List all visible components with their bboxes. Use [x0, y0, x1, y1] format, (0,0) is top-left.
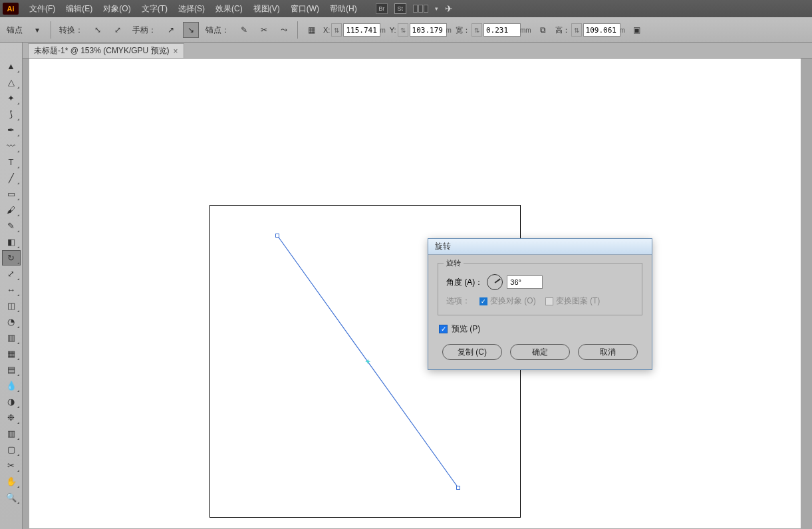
anchor-point-start[interactable] [275, 234, 279, 238]
y-field: Y: ⇅ m [390, 23, 452, 37]
y-input[interactable] [410, 23, 447, 37]
tool-artboard[interactable]: ▢ [2, 442, 21, 457]
tool-eyedropper[interactable]: 💧 [2, 378, 21, 393]
w-input[interactable] [483, 23, 521, 37]
rotation-center-icon[interactable]: ✦ [365, 358, 370, 365]
stock-icon[interactable]: St [394, 3, 406, 14]
menu-object[interactable]: 对象(O) [98, 0, 136, 17]
menu-effect[interactable]: 效果(C) [210, 0, 248, 17]
x-stepper-icon[interactable]: ⇅ [331, 23, 342, 37]
h-unit: m [620, 27, 625, 34]
tool-scale[interactable]: ⤢ [2, 266, 21, 281]
tool-blend[interactable]: ◑ [2, 394, 21, 409]
handle-show-icon[interactable]: ↗ [163, 22, 179, 38]
tool-selection[interactable]: ▲ [2, 59, 21, 74]
tool-magic-wand[interactable]: ✦ [2, 90, 21, 106]
anchor-dropdown-icon[interactable]: ▾ [29, 22, 45, 38]
bridge-icon[interactable]: Br [376, 3, 388, 14]
tool-mesh[interactable]: ▦ [2, 346, 21, 361]
cut-path-icon[interactable]: ✂ [256, 22, 272, 38]
checkbox-on-icon: ✓ [479, 297, 487, 305]
w-unit: mm [520, 27, 531, 34]
arrange-documents-icon[interactable] [413, 5, 428, 13]
tool-gradient[interactable]: ▤ [2, 362, 21, 377]
angle-input[interactable] [507, 275, 543, 289]
tool-rectangle[interactable]: ▭ [2, 186, 21, 202]
preview-checkbox[interactable]: ✓ [439, 325, 448, 333]
angle-label: 角度 (A)： [446, 277, 483, 288]
tool-line[interactable]: ╱ [2, 170, 21, 186]
tool-symbol-sprayer[interactable]: ❉ [2, 410, 21, 425]
tool-hand[interactable]: ✋ [2, 474, 21, 489]
y-unit: m [446, 27, 452, 34]
dialog-title-bar[interactable]: 旋转 [428, 239, 652, 255]
canvas-area[interactable]: ✦ [23, 59, 812, 529]
remove-anchor-icon[interactable]: ✎ [236, 22, 252, 38]
handle-hide-icon[interactable]: ↘ [183, 22, 199, 38]
w-stepper-icon[interactable]: ⇅ [472, 23, 482, 37]
tool-eraser[interactable]: ◧ [2, 234, 21, 250]
close-tab-icon[interactable]: × [174, 47, 178, 56]
tool-type[interactable]: T [2, 154, 21, 170]
link-wh-icon[interactable]: ⧉ [535, 22, 551, 38]
w-field: 宽： ⇅ mm [456, 23, 531, 37]
menu-file[interactable]: 文件(F) [24, 0, 61, 17]
canvas-background: ✦ [29, 59, 801, 528]
transform-patterns-label: 变换图案 (T) [556, 295, 601, 307]
tool-curvature[interactable]: 〰 [2, 138, 21, 154]
connect-path-icon[interactable]: ⤳ [276, 22, 292, 38]
h-field: 高： ⇅ m [555, 23, 625, 37]
chevron-down-icon[interactable]: ▾ [435, 5, 438, 12]
x-input[interactable] [343, 23, 380, 37]
y-stepper-icon[interactable]: ⇅ [398, 23, 408, 37]
x-field: X: ⇅ m [323, 23, 386, 37]
menu-type[interactable]: 文字(T) [136, 0, 173, 17]
transform-objects-label: 变换对象 (O) [490, 295, 536, 307]
w-label: 宽： [456, 25, 470, 35]
h-input[interactable] [583, 23, 620, 37]
tool-pen[interactable]: ✒ [2, 122, 21, 138]
angle-dial-icon[interactable] [487, 274, 503, 290]
copy-button[interactable]: 复制 (C) [442, 344, 502, 360]
menu-window[interactable]: 窗口(W) [285, 0, 325, 17]
tool-shape-builder[interactable]: ◔ [2, 314, 21, 329]
options-label: 选项： [446, 295, 470, 307]
tool-free-transform[interactable]: ◫ [2, 298, 21, 313]
tool-direct-select[interactable]: △ [2, 75, 21, 90]
convert-corner-icon[interactable]: ⤡ [90, 22, 106, 38]
convert-smooth-icon[interactable]: ⤢ [110, 22, 126, 38]
anchor-point-end[interactable] [456, 486, 460, 490]
x-unit: m [380, 27, 385, 34]
cancel-button[interactable]: 取消 [578, 344, 638, 360]
menu-view[interactable]: 视图(V) [248, 0, 285, 17]
handle-label: 手柄： [130, 25, 159, 36]
app-logo: Ai [3, 3, 19, 15]
dialog-title: 旋转 [435, 241, 451, 252]
tool-rotate[interactable]: ↻ [2, 250, 21, 265]
document-tab-title: 未标题-1* @ 153% (CMYK/GPU 预览) [34, 45, 170, 57]
fieldset-legend: 旋转 [444, 258, 464, 268]
menu-edit[interactable]: 编辑(E) [61, 0, 98, 17]
tool-width[interactable]: ↔ [2, 282, 21, 297]
tool-zoom[interactable]: 🔍 [2, 490, 21, 505]
convert-label: 转换： [57, 25, 86, 36]
tool-graph[interactable]: ▥ [2, 426, 21, 441]
reference-point-icon[interactable]: ▦ [303, 22, 319, 38]
gpu-rocket-icon[interactable]: ✈ [445, 3, 453, 14]
menu-bar: Ai 文件(F) 编辑(E) 对象(O) 文字(T) 选择(S) 效果(C) 视… [0, 0, 812, 17]
h-stepper-icon[interactable]: ⇅ [571, 23, 582, 37]
rotate-dialog: 旋转 旋转 角度 (A)： 选项： ✓ 变换对象 (O) 变换图案 (T) [428, 238, 652, 370]
menu-help[interactable]: 帮助(H) [325, 0, 362, 17]
menu-select[interactable]: 选择(S) [173, 0, 210, 17]
tool-slice[interactable]: ✂ [2, 458, 21, 473]
document-tab[interactable]: 未标题-1* @ 153% (CMYK/GPU 预览) × [28, 43, 184, 58]
x-label: X: [323, 26, 330, 34]
document-tab-bar: ▸▸ 未标题-1* @ 153% (CMYK/GPU 预览) × [0, 43, 812, 59]
checkbox-off-icon [545, 297, 553, 305]
tool-perspective[interactable]: ▥ [2, 330, 21, 345]
tool-lasso[interactable]: ⟆ [2, 106, 21, 122]
tool-brush[interactable]: 🖌 [2, 202, 21, 218]
isolate-icon[interactable]: ▣ [629, 22, 645, 38]
tool-pencil[interactable]: ✎ [2, 218, 21, 234]
ok-button[interactable]: 确定 [510, 344, 570, 360]
